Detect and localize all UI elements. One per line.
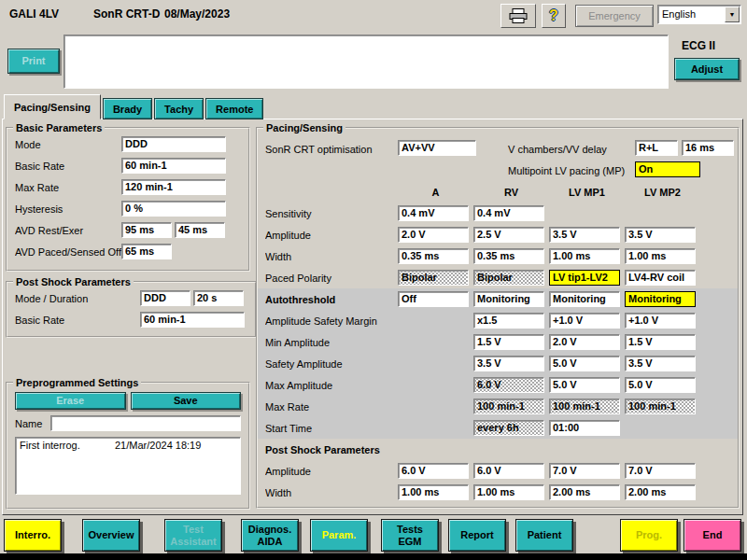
help-button[interactable]: ? bbox=[542, 4, 566, 28]
param-field[interactable]: 100 min-1 bbox=[473, 399, 544, 414]
matrix-row: Start Timeevery 6h01:00 bbox=[258, 417, 738, 439]
param-field[interactable]: LV tip1-LV2 bbox=[549, 270, 620, 286]
param-field[interactable]: 6.0 V bbox=[473, 463, 544, 479]
param-field[interactable]: Off bbox=[398, 291, 469, 307]
param-field[interactable]: 3.5 V bbox=[625, 227, 696, 243]
emergency-button[interactable]: Emergency bbox=[575, 5, 654, 27]
list-item[interactable]: First interrog.21/Mar/2024 18:19 bbox=[16, 438, 240, 451]
param-field[interactable]: x1.5 bbox=[473, 313, 544, 329]
param-field[interactable]: 0 % bbox=[121, 201, 226, 217]
basic-parameters-rows: ModeDDDBasic Rate60 min-1Max Rate120 min… bbox=[7, 133, 248, 262]
patient-button[interactable]: Patient bbox=[515, 519, 573, 552]
vv-delay-field[interactable]: 16 ms bbox=[682, 140, 734, 156]
param-field[interactable]: 2.5 V bbox=[473, 227, 544, 243]
test-assistant-button[interactable]: Test Assistant bbox=[164, 519, 222, 552]
param-field[interactable]: 5.0 V bbox=[549, 377, 620, 393]
post-shock-rows: Mode / DurationDDD20 sBasic Rate60 min-1 bbox=[7, 287, 255, 330]
param-field[interactable]: 2.00 ms bbox=[549, 484, 620, 500]
param-field[interactable]: 1.5 V bbox=[473, 334, 544, 350]
param-field[interactable]: 95 ms bbox=[121, 222, 172, 238]
tab-brady[interactable]: Brady bbox=[103, 98, 152, 119]
print-button-icon[interactable] bbox=[500, 4, 536, 28]
param-field[interactable]: 0.4 mV bbox=[398, 205, 469, 221]
param-field[interactable]: 120 min-1 bbox=[121, 179, 226, 195]
param-field[interactable]: 1.00 ms bbox=[473, 484, 544, 500]
tab-bar: Pacing/SensingBradyTachyRemote bbox=[4, 95, 263, 119]
printer-icon bbox=[509, 8, 528, 23]
param-field[interactable]: LV4-RV coil bbox=[625, 270, 696, 286]
param-field[interactable]: 0.4 mV bbox=[473, 205, 544, 221]
programmer-screen: GALI 4LV SonR CRT-D 08/May/2023 ? Emerge… bbox=[0, 0, 747, 560]
param-field[interactable]: 45 ms bbox=[175, 222, 225, 238]
post-shock-title: Post Shock Parameters bbox=[13, 276, 134, 287]
matrix-row: Sensitivity0.4 mV0.4 mV bbox=[258, 203, 738, 224]
v-chambers-field[interactable]: R+L bbox=[635, 140, 678, 156]
param-field[interactable]: Bipolar bbox=[473, 270, 544, 286]
interro-button[interactable]: Interro. bbox=[4, 519, 62, 552]
param-field[interactable]: 100 min-1 bbox=[625, 399, 696, 414]
tests-egm-button[interactable]: Tests EGM bbox=[381, 519, 439, 552]
param-field[interactable]: 1.00 ms bbox=[625, 248, 696, 264]
adjust-button[interactable]: Adjust bbox=[674, 58, 740, 80]
param-field[interactable]: every 6h bbox=[473, 420, 544, 436]
param-field[interactable]: 0.35 ms bbox=[473, 248, 544, 264]
param-label: Mode / Duration bbox=[15, 293, 140, 304]
param-field[interactable]: +1.0 V bbox=[549, 313, 620, 329]
ecg-strip bbox=[63, 35, 669, 89]
param-field[interactable]: 7.0 V bbox=[625, 463, 696, 479]
param-field[interactable]: DDD bbox=[140, 290, 190, 306]
param-field[interactable]: 2.0 V bbox=[398, 227, 469, 243]
sonr-optimisation-field[interactable]: AV+VV bbox=[398, 140, 476, 156]
param-field[interactable]: 6.0 V bbox=[473, 377, 544, 393]
param-field[interactable]: 2.00 ms bbox=[625, 484, 696, 500]
erase-button[interactable]: Erase bbox=[15, 392, 126, 410]
name-input[interactable] bbox=[50, 415, 241, 431]
overview-button[interactable]: Overview bbox=[82, 519, 140, 552]
param-field[interactable]: 1.5 V bbox=[625, 334, 696, 350]
param-field[interactable]: 3.5 V bbox=[625, 356, 696, 371]
tab-tachy[interactable]: Tachy bbox=[154, 98, 204, 119]
tab-remote[interactable]: Remote bbox=[205, 98, 263, 119]
param-field[interactable]: 3.5 V bbox=[549, 227, 620, 243]
print-button[interactable]: Print bbox=[7, 49, 60, 74]
param-field[interactable]: DDD bbox=[121, 136, 226, 152]
prog-button[interactable]: Prog. bbox=[620, 519, 678, 552]
param-field[interactable]: 6.0 V bbox=[398, 463, 469, 479]
param-field[interactable]: Monitoring bbox=[473, 291, 544, 307]
param-field[interactable]: 5.0 V bbox=[549, 356, 620, 371]
param-field[interactable]: Monitoring bbox=[625, 291, 696, 307]
language-select[interactable]: English ▼ bbox=[657, 5, 741, 24]
param-button[interactable]: Param. bbox=[310, 519, 368, 552]
preprogrammed-list[interactable]: First interrog.21/Mar/2024 18:19 bbox=[15, 437, 241, 495]
param-label: Post Shock Parameters bbox=[265, 444, 380, 455]
name-row: Name bbox=[7, 412, 248, 435]
param-field[interactable]: 1.00 ms bbox=[398, 484, 469, 500]
param-field[interactable]: 20 s bbox=[193, 290, 244, 306]
param-field[interactable]: 0.35 ms bbox=[398, 248, 469, 264]
param-field[interactable]: 65 ms bbox=[121, 244, 172, 259]
param-label: Max Amplitude bbox=[265, 380, 398, 391]
param-field[interactable]: 60 min-1 bbox=[140, 312, 245, 328]
param-field[interactable]: 3.5 V bbox=[473, 356, 544, 371]
column-header: RV bbox=[473, 187, 549, 198]
param-field[interactable]: +1.0 V bbox=[625, 313, 696, 329]
param-field[interactable]: 2.0 V bbox=[549, 334, 620, 350]
matrix-row: Paced PolarityBipolarBipolarLV tip1-LV2L… bbox=[258, 267, 738, 288]
save-button[interactable]: Save bbox=[131, 392, 242, 410]
report-button[interactable]: Report bbox=[448, 519, 506, 552]
param-field[interactable]: Bipolar bbox=[398, 270, 469, 286]
tab-pacing-sensing[interactable]: Pacing/Sensing bbox=[4, 94, 101, 119]
end-button[interactable]: End bbox=[684, 519, 741, 552]
param-field[interactable]: 01:00 bbox=[549, 420, 620, 436]
param-field[interactable]: 100 min-1 bbox=[549, 399, 620, 414]
param-field[interactable]: 60 min-1 bbox=[121, 158, 226, 174]
param-field[interactable]: Monitoring bbox=[549, 291, 620, 307]
chevron-down-icon[interactable]: ▼ bbox=[725, 7, 740, 22]
param-field[interactable]: 5.0 V bbox=[625, 377, 696, 393]
diagnos-aida-button[interactable]: Diagnos. AIDA bbox=[241, 519, 299, 552]
multipoint-lv-field[interactable]: On bbox=[635, 161, 700, 177]
param-field[interactable]: 1.00 ms bbox=[549, 248, 620, 264]
matrix-row: Width1.00 ms1.00 ms2.00 ms2.00 ms bbox=[258, 482, 738, 503]
matrix-row: Amplitude6.0 V6.0 V7.0 V7.0 V bbox=[258, 460, 738, 482]
param-field[interactable]: 7.0 V bbox=[549, 463, 620, 479]
